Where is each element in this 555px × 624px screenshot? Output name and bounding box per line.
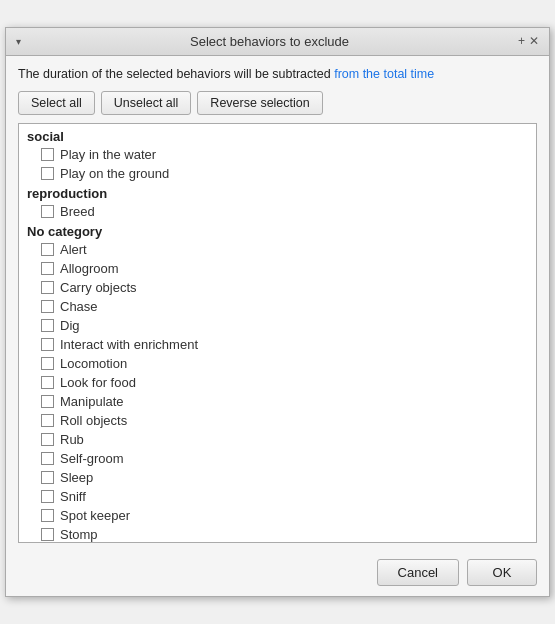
item-label: Manipulate [60,394,124,409]
item-label: Play in the water [60,147,156,162]
list-item[interactable]: Play in the water [19,145,536,164]
ok-button[interactable]: OK [467,559,537,586]
reverse-selection-button[interactable]: Reverse selection [197,91,322,115]
title-bar-controls: + ✕ [518,34,539,48]
list-item[interactable]: Breed [19,202,536,221]
checkbox-icon [41,281,54,294]
checkbox-icon [41,376,54,389]
item-label: Sleep [60,470,93,485]
list-item[interactable]: Locomotion [19,354,536,373]
list-item[interactable]: Chase [19,297,536,316]
checkbox-icon [41,148,54,161]
dialog-body: The duration of the selected behaviors w… [6,56,549,552]
category-label-no-category: No category [19,221,536,240]
list-item[interactable]: Play on the ground [19,164,536,183]
category-label-reproduction: reproduction [19,183,536,202]
checkbox-icon [41,414,54,427]
list-item[interactable]: Roll objects [19,411,536,430]
title-bar: ▾ Select behaviors to exclude + ✕ [6,28,549,56]
minimize-icon[interactable]: + [518,34,525,48]
button-row: Select all Unselect all Reverse selectio… [18,91,537,115]
checkbox-icon [41,528,54,541]
item-label: Stomp [60,527,98,542]
list-item[interactable]: Interact with enrichment [19,335,536,354]
description-text: The duration of the selected behaviors w… [18,66,537,84]
list-item[interactable]: Sleep [19,468,536,487]
checkbox-icon [41,300,54,313]
checkbox-icon [41,319,54,332]
list-item[interactable]: Dig [19,316,536,335]
item-label: Roll objects [60,413,127,428]
item-label: Rub [60,432,84,447]
cancel-button[interactable]: Cancel [377,559,459,586]
item-label: Interact with enrichment [60,337,198,352]
category-label-social: social [19,126,536,145]
checkbox-icon [41,357,54,370]
list-item[interactable]: Self-groom [19,449,536,468]
item-label: Self-groom [60,451,124,466]
item-label: Carry objects [60,280,137,295]
item-label: Look for food [60,375,136,390]
unselect-all-button[interactable]: Unselect all [101,91,192,115]
checkbox-icon [41,490,54,503]
checkbox-icon [41,205,54,218]
checkbox-icon [41,452,54,465]
checkbox-icon [41,395,54,408]
checkbox-icon [41,471,54,484]
description-highlight: from the total time [334,67,434,81]
list-item[interactable]: Carry objects [19,278,536,297]
checkbox-icon [41,509,54,522]
item-label: Allogroom [60,261,119,276]
checkbox-icon [41,433,54,446]
list-item[interactable]: Look for food [19,373,536,392]
close-icon[interactable]: ✕ [529,34,539,48]
list-item[interactable]: Rub [19,430,536,449]
list-item[interactable]: Stomp [19,525,536,543]
list-item[interactable]: Spot keeper [19,506,536,525]
list-item[interactable]: Alert [19,240,536,259]
item-label: Sniff [60,489,86,504]
footer: Cancel OK [6,551,549,596]
list-item[interactable]: Sniff [19,487,536,506]
checkbox-icon [41,262,54,275]
dialog-title: Select behaviors to exclude [21,34,518,49]
list-item[interactable]: Manipulate [19,392,536,411]
list-inner: socialPlay in the waterPlay on the groun… [19,124,536,543]
item-label: Chase [60,299,98,314]
checkbox-icon [41,338,54,351]
item-label: Breed [60,204,95,219]
behavior-list[interactable]: socialPlay in the waterPlay on the groun… [18,123,537,543]
item-label: Play on the ground [60,166,169,181]
dialog: ▾ Select behaviors to exclude + ✕ The du… [5,27,550,598]
checkbox-icon [41,243,54,256]
item-label: Locomotion [60,356,127,371]
list-item[interactable]: Allogroom [19,259,536,278]
item-label: Alert [60,242,87,257]
checkbox-icon [41,167,54,180]
select-all-button[interactable]: Select all [18,91,95,115]
item-label: Dig [60,318,80,333]
item-label: Spot keeper [60,508,130,523]
